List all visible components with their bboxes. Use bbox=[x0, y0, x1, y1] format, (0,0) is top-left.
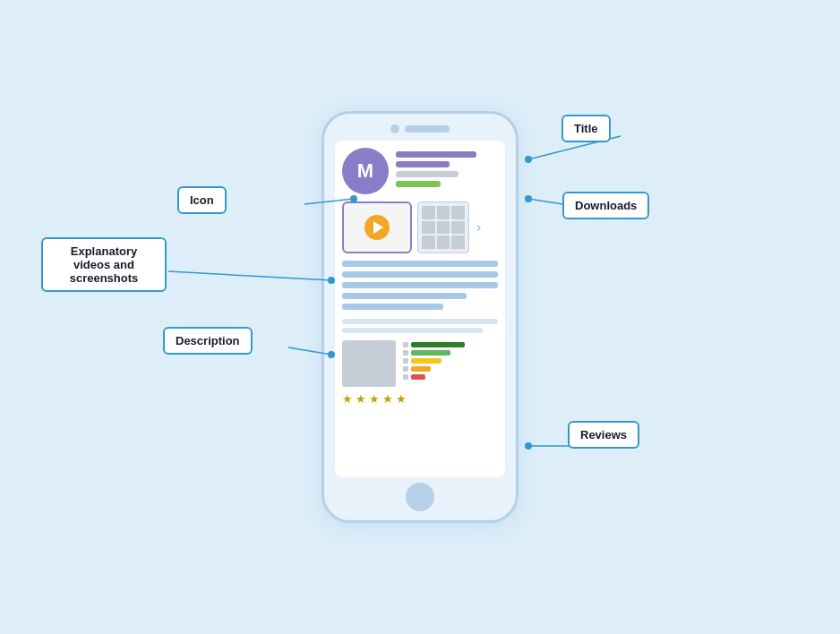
callout-downloads: Downloads bbox=[562, 192, 649, 219]
svg-point-5 bbox=[525, 195, 532, 202]
rating-bar-2 bbox=[411, 366, 431, 372]
reviews-section bbox=[342, 340, 498, 387]
description-section bbox=[342, 261, 498, 310]
desc-bar-1 bbox=[342, 261, 498, 267]
play-triangle-icon bbox=[373, 221, 383, 234]
callout-reviews: Reviews bbox=[568, 421, 639, 449]
phone-speaker bbox=[405, 125, 450, 133]
rating-bar-3 bbox=[411, 358, 441, 364]
review-image bbox=[342, 340, 396, 387]
svg-line-6 bbox=[168, 271, 331, 280]
title-bar-1 bbox=[396, 151, 476, 158]
rating-bar-5 bbox=[411, 342, 465, 347]
media-row: › bbox=[342, 201, 498, 253]
app-header: M bbox=[342, 148, 498, 194]
callout-explanatory: Explanatory videos andscreenshots bbox=[41, 237, 167, 292]
desc-bar-4 bbox=[342, 293, 467, 299]
phone-home-button bbox=[406, 483, 434, 511]
stars-row: ★ ★ ★ ★ ★ bbox=[342, 392, 498, 406]
phone-camera bbox=[390, 124, 399, 133]
download-bar bbox=[396, 181, 441, 187]
rating-bar-1 bbox=[411, 374, 425, 380]
subtitle-bar bbox=[396, 171, 459, 177]
phone-screen: M bbox=[335, 141, 505, 477]
app-info bbox=[396, 148, 498, 187]
title-bar-2 bbox=[396, 161, 450, 167]
play-button[interactable] bbox=[364, 215, 390, 240]
phone-mockup: M bbox=[321, 111, 519, 523]
callout-title: Title bbox=[561, 115, 611, 142]
desc-bar-2 bbox=[342, 271, 498, 278]
svg-point-11 bbox=[525, 442, 532, 450]
screenshot-thumbnail bbox=[417, 201, 469, 253]
app-icon: M bbox=[342, 148, 389, 194]
extra-bars bbox=[342, 319, 498, 333]
video-thumbnail bbox=[342, 201, 412, 253]
callout-description: Description bbox=[163, 327, 253, 355]
callout-icon: Icon bbox=[177, 186, 227, 214]
desc-bar-3 bbox=[342, 282, 498, 288]
review-rating-bars bbox=[403, 340, 498, 387]
chevron-right-icon: › bbox=[476, 219, 481, 236]
desc-bar-5 bbox=[342, 304, 443, 310]
rating-bar-4 bbox=[411, 350, 450, 356]
svg-point-1 bbox=[525, 156, 532, 163]
